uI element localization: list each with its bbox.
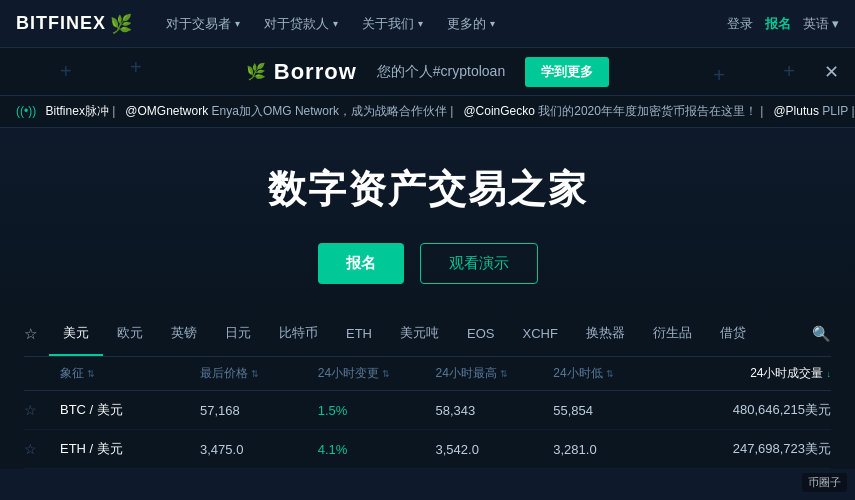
banner-title: Borrow [274,59,357,85]
market-tabs: ☆ 美元 欧元 英镑 日元 比特币 ETH 美元吨 EOS XCHF 换热器 衍… [24,312,831,357]
row-high: 3,542.0 [436,442,554,457]
search-icon[interactable]: 🔍 [812,313,831,355]
language-selector[interactable]: 英语 ▾ [803,15,839,33]
nav-item-about[interactable]: 关于我们 ▾ [352,9,433,39]
row-star[interactable]: ☆ [24,441,60,457]
hero-demo-button[interactable]: 观看演示 [420,243,538,284]
row-symbol: BTC / 美元 [60,401,200,419]
chevron-down-icon: ▾ [333,18,338,29]
tab-usd[interactable]: 美元 [49,312,103,356]
close-icon[interactable]: ✕ [824,61,839,83]
navbar: BITFINEX 🌿 对于交易者 ▾ 对于贷款人 ▾ 关于我们 ▾ 更多的 ▾ … [0,0,855,48]
row-symbol: ETH / 美元 [60,440,200,458]
favorite-star-icon[interactable]: ☆ [24,441,37,457]
table-row[interactable]: ☆ ETH / 美元 3,475.0 4.1% 3,542.0 3,281.0 … [24,430,831,469]
chevron-down-icon: ▾ [490,18,495,29]
table-header: 象征 ⇅ 最后价格 ⇅ 24小时变更 ⇅ 24小时最高 ⇅ 24小时低 ⇅ 24… [24,357,831,391]
row-high: 58,343 [436,403,554,418]
hero-section: 数字资产交易之家 报名 观看演示 [0,128,855,312]
ticker-content: ((•)) Bitfinex脉冲 | @OMGnetwork Enya加入OMG… [0,103,855,120]
tab-xchf[interactable]: XCHF [508,314,571,355]
hero-title: 数字资产交易之家 [20,164,835,215]
chevron-down-icon: ▾ [418,18,423,29]
banner-leaf-icon: 🌿 [246,62,266,81]
sort-icon: ⇅ [251,369,259,379]
plus-decoration: + [60,60,72,83]
sort-icon: ⇅ [500,369,508,379]
tab-eth[interactable]: ETH [332,314,386,355]
row-star[interactable]: ☆ [24,402,60,418]
nav-menu: 对于交易者 ▾ 对于贷款人 ▾ 关于我们 ▾ 更多的 ▾ [156,9,727,39]
logo[interactable]: BITFINEX 🌿 [16,13,132,35]
row-low: 3,281.0 [553,442,671,457]
row-low: 55,854 [553,403,671,418]
banner-brand: 🌿 Borrow [246,59,357,85]
row-volume: 480,646,215美元 [671,401,831,419]
row-change: 1.5% [318,403,436,418]
col-high[interactable]: 24小时最高 ⇅ [436,365,554,382]
market-table: 象征 ⇅ 最后价格 ⇅ 24小时变更 ⇅ 24小时最高 ⇅ 24小时低 ⇅ 24… [24,357,831,469]
col-change[interactable]: 24小时变更 ⇅ [318,365,436,382]
tab-btc[interactable]: 比特币 [265,312,332,356]
tab-derivatives[interactable]: 衍生品 [639,312,706,356]
row-price: 57,168 [200,403,318,418]
tab-eur[interactable]: 欧元 [103,312,157,356]
chevron-down-icon: ▾ [235,18,240,29]
col-price[interactable]: 最后价格 ⇅ [200,365,318,382]
tab-lending[interactable]: 借贷 [706,312,760,356]
tab-exchange[interactable]: 换热器 [572,312,639,356]
promo-banner: + + 🌿 Borrow 您的个人#cryptoloan 学到更多 + + ✕ [0,48,855,96]
ticker-item: ((•)) Bitfinex脉冲 | @OMGnetwork Enya加入OMG… [0,103,855,120]
col-symbol[interactable]: 象征 ⇅ [60,365,200,382]
sort-icon: ⇅ [606,369,614,379]
nav-item-traders[interactable]: 对于交易者 ▾ [156,9,250,39]
col-volume[interactable]: 24小时成交量 ↓ [671,365,831,382]
nav-item-lenders[interactable]: 对于贷款人 ▾ [254,9,348,39]
tab-usdt[interactable]: 美元吨 [386,312,453,356]
row-price: 3,475.0 [200,442,318,457]
col-star [24,365,60,382]
sort-icon: ⇅ [87,369,95,379]
chevron-down-icon: ▾ [832,16,839,31]
tab-jpy[interactable]: 日元 [211,312,265,356]
hero-register-button[interactable]: 报名 [318,243,404,284]
nav-item-more[interactable]: 更多的 ▾ [437,9,505,39]
nav-actions: 登录 报名 英语 ▾ [727,15,839,33]
tab-eos[interactable]: EOS [453,314,508,355]
hero-buttons: 报名 观看演示 [20,243,835,284]
banner-cta-button[interactable]: 学到更多 [525,57,609,87]
row-change: 4.1% [318,442,436,457]
sort-icon: ⇅ [382,369,390,379]
watermark: 币圈子 [802,473,847,492]
market-section: ☆ 美元 欧元 英镑 日元 比特币 ETH 美元吨 EOS XCHF 换热器 衍… [0,312,855,469]
register-button[interactable]: 报名 [765,15,791,33]
tab-gbp[interactable]: 英镑 [157,312,211,356]
table-row[interactable]: ☆ BTC / 美元 57,168 1.5% 58,343 55,854 480… [24,391,831,430]
star-filter-icon[interactable]: ☆ [24,313,49,355]
login-button[interactable]: 登录 [727,15,753,33]
sort-active-icon: ↓ [827,369,832,379]
plus-decoration: + [783,60,795,83]
col-low[interactable]: 24小时低 ⇅ [553,365,671,382]
row-volume: 247,698,723美元 [671,440,831,458]
plus-decoration: + [713,64,725,87]
plus-decoration: + [130,56,142,79]
banner-subtitle: 您的个人#cryptoloan [377,63,505,81]
logo-text: BITFINEX [16,13,106,34]
logo-leaf-icon: 🌿 [110,13,132,35]
news-ticker: ((•)) Bitfinex脉冲 | @OMGnetwork Enya加入OMG… [0,96,855,128]
favorite-star-icon[interactable]: ☆ [24,402,37,418]
